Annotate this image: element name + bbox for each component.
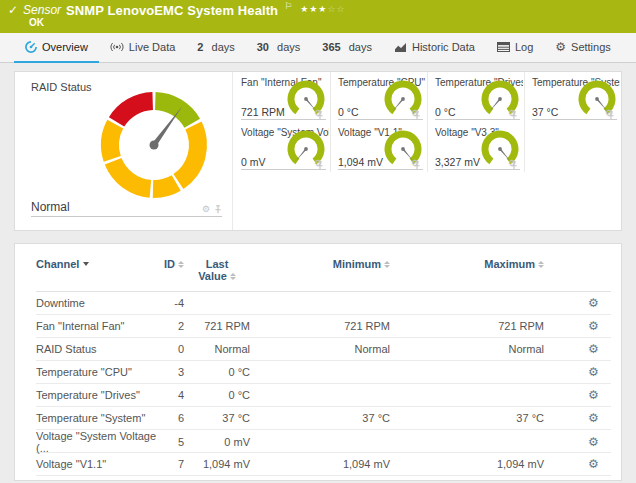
cell-maximum: Normal — [390, 343, 544, 355]
table-row-fan-internal-fan: Fan "Internal Fan"2721 RPM721 RPM721 RPM… — [36, 315, 611, 338]
gauge-footer: 0 °C⚙ — [435, 106, 520, 120]
channel-table: ChannelIDLastValueMinimumMaximum Downtim… — [36, 254, 611, 481]
gauge-value: 1,094 mV — [338, 156, 411, 168]
channel-settings-gear-icon[interactable]: ⚙ — [588, 435, 599, 449]
cell-id: 7 — [166, 458, 184, 470]
cell-id: 2 — [166, 320, 184, 332]
gauge-footer: 0 mV⚙ — [241, 156, 326, 170]
column-header-last-value[interactable]: LastValue — [184, 258, 250, 282]
channel-gauge-cell: Temperature "Drives"0 °C⚙ — [427, 72, 524, 122]
cell-maximum: 1,094 mV — [390, 458, 544, 470]
channel-settings-gear-icon[interactable]: ⚙ — [588, 319, 599, 333]
channel-gauge-cell: Fan "Internal Fan"721 RPM⚙ — [233, 72, 330, 122]
cell-channel: Voltage "System Voltage (... — [36, 430, 166, 454]
cell-last-value: 721 RPM — [184, 320, 250, 332]
table-row-temperature-system: Temperature "System"637 °C37 °C37 °C⚙ — [36, 407, 611, 430]
table-row-downtime: Downtime-4⚙ — [36, 292, 611, 315]
gauge-footer: 1,094 mV⚙ — [338, 156, 423, 170]
tab-2-days[interactable]: 2 days — [186, 33, 245, 63]
sort-arrows-icon — [538, 261, 544, 268]
cell-last-value: 0 mV — [184, 436, 250, 448]
cell-last-value: 0 °C — [184, 389, 250, 401]
cell-id: 0 — [166, 343, 184, 355]
gauge-footer: Normal ⚙ — [31, 200, 222, 217]
overview-gauge-icon — [25, 41, 37, 53]
gauge-value: Normal — [31, 200, 202, 214]
gauge-footer: 721 RPM⚙ — [241, 106, 326, 120]
cell-channel: Voltage "V1.1" — [36, 458, 166, 470]
cell-id: 3 — [166, 366, 184, 378]
tab-bar: OverviewLive Data2 days30 days365 daysHi… — [0, 33, 636, 63]
historic-data-chart-icon — [394, 42, 407, 53]
cell-maximum: 721 RPM — [390, 320, 544, 332]
sensor-type-label: Sensor — [23, 3, 61, 18]
gauge-footer: 37 °C⚙ — [532, 106, 617, 120]
gauges-card: RAID Status Normal ⚙ Fan "Internal Fan"7… — [14, 71, 622, 231]
cell-id: -4 — [166, 297, 184, 309]
pin-icon[interactable] — [214, 205, 222, 214]
gauge-footer: 0 °C⚙ — [338, 106, 423, 120]
channel-settings-gear-icon[interactable]: ⚙ — [588, 457, 599, 471]
channel-settings-gear-icon[interactable]: ⚙ — [588, 480, 599, 481]
sort-arrows-icon — [230, 273, 236, 280]
cell-channel: Temperature "Drives" — [36, 389, 166, 401]
cell-channel: Temperature "System" — [36, 412, 166, 424]
tab-365-days[interactable]: 365 days — [311, 33, 383, 63]
cell-id: 5 — [166, 436, 184, 448]
table-row-raid-status: RAID Status0NormalNormalNormal⚙ — [36, 338, 611, 361]
cell-last-value: 37 °C — [184, 412, 250, 424]
cell-minimum: Normal — [250, 343, 390, 355]
gear-icon[interactable]: ⚙ — [202, 205, 210, 214]
table-row-voltage-v33: Voltage "V3.3"83,327 mV3,327 mV3,327 mV⚙ — [36, 476, 611, 481]
priority-stars[interactable]: ★★★☆☆ — [300, 2, 345, 17]
column-header-id[interactable]: ID — [166, 258, 184, 270]
page-title: SNMP LenovoEMC System Health — [66, 3, 278, 18]
channel-gauge-cell: Temperature "CPU"0 °C⚙ — [330, 72, 427, 122]
tab-settings[interactable]: ⚙Settings — [544, 33, 622, 63]
cell-minimum: 1,094 mV — [250, 458, 390, 470]
gauge-value: 721 RPM — [241, 106, 314, 118]
raid-status-gauge-panel: RAID Status Normal ⚙ — [15, 72, 233, 230]
table-body: Downtime-4⚙Fan "Internal Fan"2721 RPM721… — [36, 292, 611, 481]
tab-overview[interactable]: Overview — [14, 33, 99, 63]
cell-last-value: 1,094 mV — [184, 458, 250, 470]
log-list-icon — [497, 42, 510, 52]
channel-settings-gear-icon[interactable]: ⚙ — [588, 365, 599, 379]
gauge-value: 3,327 mV — [435, 156, 508, 168]
cell-last-value: 0 °C — [184, 366, 250, 378]
table-row-temperature-drives: Temperature "Drives"40 °C⚙ — [36, 384, 611, 407]
gauge-value: 37 °C — [532, 106, 605, 118]
cell-minimum: 37 °C — [250, 412, 390, 424]
table-row-voltage-system-voltage: Voltage "System Voltage (...50 mV⚙ — [36, 430, 611, 453]
channel-settings-gear-icon[interactable]: ⚙ — [588, 388, 599, 402]
table-header-row: ChannelIDLastValueMinimumMaximum — [36, 254, 611, 292]
settings-gear-icon: ⚙ — [555, 41, 566, 53]
cell-id: 6 — [166, 412, 184, 424]
sensor-header: ✓ Sensor SNMP LenovoEMC System Health ⚐ … — [0, 0, 636, 33]
priority-flag-icon: ⚐ — [284, 0, 292, 14]
column-header-maximum[interactable]: Maximum — [390, 258, 544, 270]
gauge-value: 0 °C — [435, 106, 508, 118]
live-data-signal-icon — [110, 42, 124, 52]
tab-log[interactable]: Log — [486, 33, 544, 63]
sensor-status-text: OK — [29, 18, 628, 28]
channel-table-card: ChannelIDLastValueMinimumMaximum Downtim… — [14, 243, 622, 481]
gauge-value: 0 mV — [241, 156, 314, 168]
cell-last-value: Normal — [184, 343, 250, 355]
table-row-voltage-v11: Voltage "V1.1"71,094 mV1,094 mV1,094 mV⚙ — [36, 453, 611, 476]
tab-live-data[interactable]: Live Data — [99, 33, 186, 63]
cell-channel: Fan "Internal Fan" — [36, 320, 166, 332]
gauge-footer: 3,327 mV⚙ — [435, 156, 520, 170]
channel-settings-gear-icon[interactable]: ⚙ — [588, 296, 599, 310]
column-header-minimum[interactable]: Minimum — [250, 258, 390, 270]
sort-desc-icon — [83, 262, 89, 266]
tab-30-days[interactable]: 30 days — [246, 33, 312, 63]
channel-settings-gear-icon[interactable]: ⚙ — [588, 342, 599, 356]
tab-historic-data[interactable]: Historic Data — [383, 33, 486, 63]
cell-channel: Temperature "CPU" — [36, 366, 166, 378]
column-header-channel[interactable]: Channel — [36, 258, 166, 270]
cell-channel: RAID Status — [36, 343, 166, 355]
channel-settings-gear-icon[interactable]: ⚙ — [588, 411, 599, 425]
channel-gauge-cell: Voltage "V3.3"3,327 mV⚙ — [427, 122, 524, 172]
table-row-temperature-cpu: Temperature "CPU"30 °C⚙ — [36, 361, 611, 384]
